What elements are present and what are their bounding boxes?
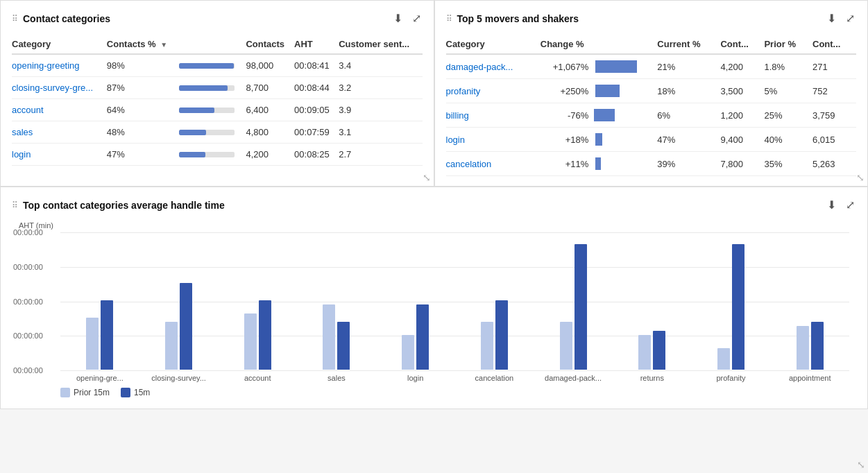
sentiment-cell: 3.4 xyxy=(339,54,422,77)
aht-download-button[interactable]: ⬇ xyxy=(826,197,837,213)
mover-category-link[interactable]: damaged-pack... xyxy=(446,62,513,72)
cont-current-cell: 9,400 xyxy=(720,128,764,152)
category-link[interactable]: account xyxy=(12,105,44,115)
aht-panel-header: ⠿ Top contact categories average handle … xyxy=(12,197,856,213)
bar-group xyxy=(613,331,692,371)
x-axis-label: login xyxy=(376,371,455,382)
col-bar-spacer xyxy=(179,35,246,54)
cont-prior-cell: 5,263 xyxy=(812,152,856,176)
movers-panel-actions: ⬇ ⤢ xyxy=(826,10,856,26)
movers-col-change: Change % xyxy=(541,35,658,54)
cont-current-cell: 7,800 xyxy=(720,152,764,176)
sentiment-cell: 3.1 xyxy=(339,121,422,144)
cont-prior-cell: 6,015 xyxy=(812,128,856,152)
aht-title: Top contact categories average handle ti… xyxy=(23,200,225,211)
progress-bar-fill xyxy=(179,130,205,135)
current-bar xyxy=(337,322,350,370)
cont-current-cell: 3,500 xyxy=(720,79,764,103)
expand-button[interactable]: ⤢ xyxy=(411,10,423,26)
table-row: profanity +250% 18% 3,500 5% 752 xyxy=(446,79,857,103)
legend-prior-label: Prior 15m xyxy=(74,388,110,397)
contact-categories-panel: ⠿ Contact categories ⬇ ⤢ Category Contac… xyxy=(0,0,434,187)
x-axis-label: account xyxy=(218,371,297,382)
bar-group xyxy=(455,300,534,371)
change-bar-cell xyxy=(594,152,657,176)
current-bar xyxy=(732,244,744,370)
change-label-cell: +11% xyxy=(541,152,595,176)
contacts-cell: 98,000 xyxy=(246,54,294,77)
movers-download-button[interactable]: ⬇ xyxy=(826,10,837,26)
table-row: login +18% 47% 9,400 40% 6,015 xyxy=(446,128,857,152)
mover-category-link[interactable]: billing xyxy=(446,110,469,121)
table-row: cancelation +11% 39% 7,800 35% 5,263 xyxy=(446,152,857,176)
mover-category-link[interactable]: login xyxy=(446,135,465,145)
x-axis-label: closing-survey... xyxy=(139,371,219,382)
contacts-cell: 4,800 xyxy=(246,121,294,144)
current-bar xyxy=(811,322,824,370)
aht-title-wrap: ⠿ Top contact categories average handle … xyxy=(12,200,225,211)
chart-area: AHT (min) 00:00:00 00:00:00 00:00:00 xyxy=(12,221,856,397)
movers-col-category: Category xyxy=(446,35,541,54)
col-category: Category xyxy=(12,35,107,54)
resize-handle[interactable]: ⤡ xyxy=(423,172,431,183)
current-bar xyxy=(259,300,271,370)
legend-current-label: 15m xyxy=(134,388,150,397)
chart-legend: Prior 15m 15m xyxy=(60,388,856,397)
bar-cell xyxy=(179,77,246,99)
panel-title-wrap: ⠿ Contact categories xyxy=(12,13,110,24)
category-link[interactable]: login xyxy=(12,149,31,160)
pct-cell: 87% xyxy=(107,77,179,99)
aht-expand-button[interactable]: ⤢ xyxy=(844,197,856,213)
movers-table: Category Change % Current % Cont... Prio… xyxy=(446,35,857,176)
sort-icon[interactable]: ▼ xyxy=(160,41,167,49)
progress-bar-fill xyxy=(179,108,214,113)
cont-prior-cell: 752 xyxy=(812,79,856,103)
movers-resize-handle[interactable]: ⤡ xyxy=(856,172,865,183)
contact-categories-title: Contact categories xyxy=(23,13,110,24)
legend-prior: Prior 15m xyxy=(60,388,110,397)
category-link[interactable]: closing-survey-gre... xyxy=(12,83,93,93)
bar-group xyxy=(218,300,297,371)
aht-panel: ⠿ Top contact categories average handle … xyxy=(0,187,868,409)
change-label-cell: +1,067% xyxy=(541,54,595,79)
movers-drag-handle-icon: ⠿ xyxy=(446,14,452,24)
bar-cell xyxy=(179,54,246,77)
movers-col-current-pct: Current % xyxy=(657,35,720,54)
movers-panel: ⠿ Top 5 movers and shakers ⬇ ⤢ Category … xyxy=(434,0,869,187)
prior-pct-cell: 35% xyxy=(764,152,812,176)
change-bar-cell xyxy=(594,54,657,79)
pct-cell: 48% xyxy=(107,121,179,144)
aht-cell: 00:08:25 xyxy=(294,144,339,166)
current-bar xyxy=(495,300,508,370)
contacts-cell: 8,700 xyxy=(246,77,294,99)
current-pct-cell: 47% xyxy=(657,128,720,152)
y-tick-4: 00:00:00 xyxy=(13,263,43,271)
change-label-cell: -76% xyxy=(541,103,595,128)
category-link[interactable]: opening-greeting xyxy=(12,60,80,71)
cont-current-cell: 4,200 xyxy=(720,54,764,79)
bar-group xyxy=(376,304,455,371)
x-axis-label: returns xyxy=(613,371,692,382)
category-link[interactable]: sales xyxy=(12,127,33,137)
x-axis-label: appointment xyxy=(770,371,849,382)
current-bar xyxy=(653,331,665,370)
contacts-cell: 4,200 xyxy=(246,144,294,166)
x-axis-label: opening-gre... xyxy=(60,371,139,382)
cont-current-cell: 1,200 xyxy=(720,103,764,128)
x-axis-label: profanity xyxy=(692,371,771,382)
cont-prior-cell: 3,759 xyxy=(812,103,856,128)
movers-title: Top 5 movers and shakers xyxy=(457,13,579,24)
prior-pct-cell: 5% xyxy=(764,79,812,103)
y-tick-2: 00:00:00 xyxy=(13,332,43,340)
movers-expand-button[interactable]: ⤢ xyxy=(844,10,856,26)
change-bar-cell xyxy=(594,79,657,103)
mover-category-link[interactable]: profanity xyxy=(446,86,481,96)
download-button[interactable]: ⬇ xyxy=(392,10,404,26)
prior-bar xyxy=(165,322,178,370)
pct-cell: 47% xyxy=(107,144,179,166)
prior-bar xyxy=(560,322,572,370)
current-pct-cell: 18% xyxy=(657,79,720,103)
dashboard: ⠿ Contact categories ⬇ ⤢ Category Contac… xyxy=(0,0,868,409)
aht-cell: 00:07:59 xyxy=(294,121,339,144)
mover-category-link[interactable]: cancelation xyxy=(446,159,492,169)
